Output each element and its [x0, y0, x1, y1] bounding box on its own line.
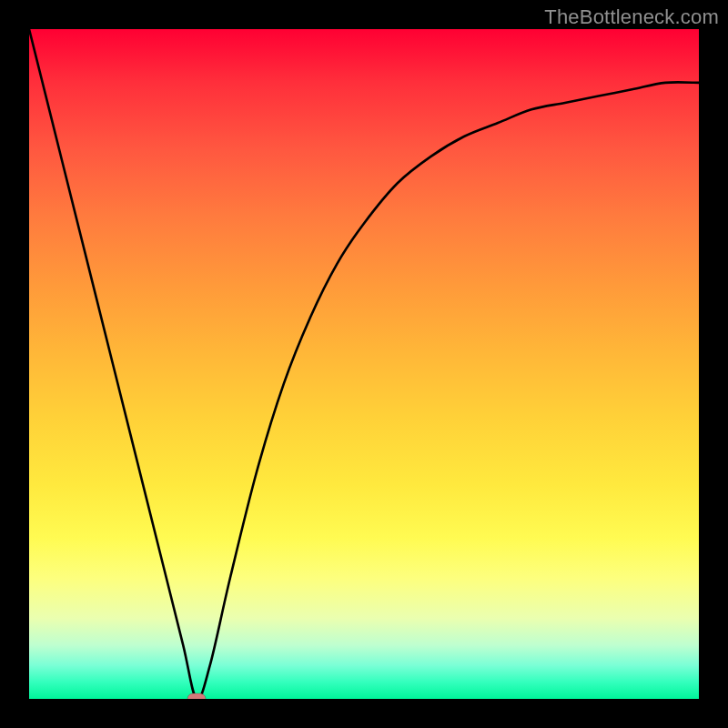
watermark-text: TheBottleneck.com: [544, 5, 719, 29]
figure-frame: TheBottleneck.com: [0, 0, 728, 728]
curve-group: [29, 29, 699, 699]
min-point-marker: [187, 693, 206, 699]
bottleneck-curve-svg: [29, 29, 699, 699]
min-point-pill: [187, 693, 206, 699]
plot-area: [29, 29, 699, 699]
bottleneck-curve: [29, 29, 699, 699]
